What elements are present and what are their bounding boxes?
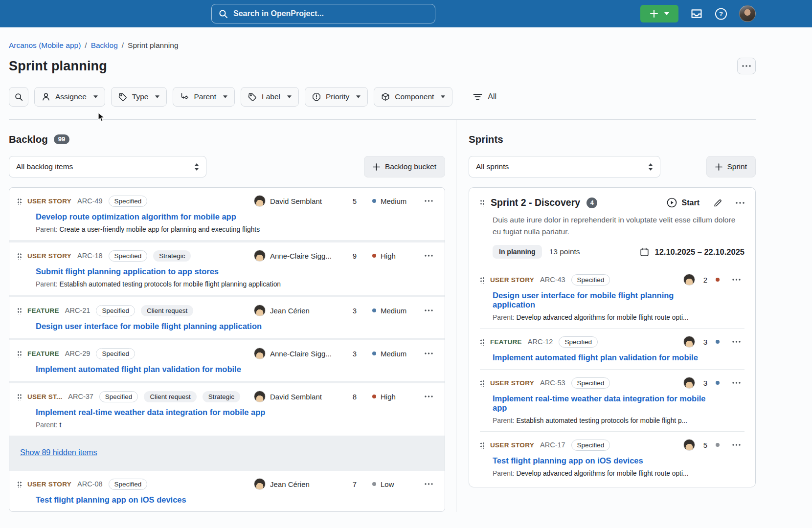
sprint-edit-button[interactable]	[713, 198, 722, 207]
item-menu-button[interactable]	[728, 440, 744, 450]
story-points: 3	[346, 350, 363, 358]
sprint-start-button[interactable]: Start	[667, 198, 699, 208]
breadcrumb-project-link[interactable]: Arcanos (Mobile app)	[9, 41, 81, 50]
item-menu-button[interactable]	[728, 336, 744, 347]
assignee-avatar[interactable]	[683, 274, 695, 286]
filter-label-button[interactable]: Label	[241, 87, 299, 107]
work-item-id: ARC-43	[540, 276, 565, 284]
ellipsis-icon	[425, 352, 433, 354]
sprint-work-item: FEATURE ARC-12 Specified 3	[480, 328, 744, 369]
drag-handle-icon[interactable]	[17, 252, 22, 260]
item-menu-button[interactable]	[728, 377, 744, 388]
item-menu-button[interactable]	[420, 348, 437, 359]
assignee-avatar	[254, 391, 266, 402]
sprint-menu-button[interactable]	[736, 202, 744, 204]
work-item-id: ARC-08	[77, 480, 103, 488]
drag-handle-icon[interactable]	[480, 441, 484, 449]
drag-handle-icon[interactable]	[17, 198, 22, 205]
item-menu-button[interactable]	[420, 391, 437, 402]
help-icon[interactable]: ?	[715, 7, 727, 20]
add-sprint-label: Sprint	[727, 162, 747, 171]
sprint-work-item: USER STORY ARC-17 Specified 5	[480, 431, 744, 484]
tag-icon	[248, 92, 257, 101]
filter-priority-button[interactable]: Priority	[305, 87, 368, 107]
work-item-title-link[interactable]: Test flight planning app on iOS devices	[493, 456, 710, 465]
parent-line: Parent:Establish automated testing proto…	[36, 281, 437, 288]
filter-assignee-button[interactable]: Assignee	[34, 87, 105, 107]
assignee-name: Anne-Claire Sigg...	[270, 252, 332, 260]
add-sprint-button[interactable]: Sprint	[706, 156, 756, 177]
assignee[interactable]: Jean Cérien	[254, 478, 346, 490]
assignee[interactable]: Jean Cérien	[254, 305, 346, 316]
drag-handle-icon[interactable]	[17, 393, 22, 400]
filter-label: Parent	[194, 92, 216, 101]
drag-handle-icon[interactable]	[17, 350, 22, 357]
work-item-type: USER STORY	[27, 252, 71, 260]
work-item-title-link[interactable]: Submit flight planning application to ap…	[36, 267, 437, 276]
drag-handle-icon[interactable]	[17, 307, 22, 314]
assignee[interactable]: David Semblant	[254, 391, 346, 402]
work-item-title-link[interactable]: Implement automated flight plan validati…	[36, 365, 437, 374]
work-item-title-link[interactable]: Implement real-time weather data integra…	[493, 394, 710, 413]
assignee-name: David Semblant	[270, 393, 322, 401]
work-item-title-link[interactable]: Test flight planning app on iOS devices	[36, 495, 437, 505]
item-menu-button[interactable]	[420, 196, 437, 206]
page-more-button[interactable]	[737, 58, 756, 74]
show-hidden-items-link[interactable]: Show 89 hidden items	[20, 448, 97, 457]
assignee[interactable]: Anne-Claire Sigg...	[254, 348, 346, 359]
assignee-avatar	[254, 478, 266, 490]
filter-component-button[interactable]: Component	[374, 87, 452, 107]
item-menu-button[interactable]	[420, 305, 437, 316]
filter-search-button[interactable]	[9, 87, 28, 107]
filter-lines-icon	[473, 93, 482, 100]
ellipsis-icon	[425, 200, 433, 202]
create-button[interactable]	[640, 5, 678, 22]
work-item-title-link[interactable]: Implement automated flight plan validati…	[493, 353, 710, 362]
user-avatar[interactable]	[739, 5, 756, 22]
filter-type-button[interactable]: Type	[111, 87, 167, 107]
chevron-down-icon	[223, 95, 227, 98]
priority-dot-icon	[372, 395, 376, 398]
inbox-icon[interactable]	[690, 7, 703, 20]
parent-label: Parent:	[493, 470, 514, 477]
item-menu-button[interactable]	[420, 250, 437, 261]
sprints-filter-select[interactable]: All sprints	[469, 156, 660, 177]
work-item-id: ARC-18	[77, 252, 103, 260]
sprint-count-badge: 4	[586, 198, 597, 208]
assignee-avatar[interactable]	[683, 439, 695, 451]
parent-value: t	[59, 421, 61, 429]
drag-handle-icon[interactable]	[17, 481, 22, 488]
breadcrumb-backlog-link[interactable]: Backlog	[91, 41, 118, 50]
item-menu-button[interactable]	[728, 274, 744, 285]
priority-label: Medium	[381, 307, 406, 315]
assignee[interactable]: David Semblant	[254, 195, 346, 207]
sprint-dates-text: 12.10.2025 – 22.10.2025	[654, 247, 744, 257]
work-item-title-link[interactable]: Develop route optimization algorithm for…	[36, 212, 437, 221]
drag-handle-icon[interactable]	[480, 276, 484, 284]
work-item-title-link[interactable]: Implement real-time weather data integra…	[36, 408, 437, 417]
backlog-filter-select[interactable]: All backlog items	[9, 156, 206, 177]
drag-handle-icon[interactable]	[480, 199, 484, 206]
work-item-title-link[interactable]: Design user interface for mobile flight …	[36, 322, 437, 331]
item-menu-button[interactable]	[420, 479, 437, 489]
add-backlog-bucket-button[interactable]: Backlog bucket	[364, 156, 445, 177]
assignee-name: Jean Cérien	[270, 480, 310, 488]
work-item-type: USER STORY	[27, 481, 71, 488]
work-item-id: ARC-12	[528, 338, 553, 346]
chevron-down-icon	[356, 95, 361, 98]
drag-handle-icon[interactable]	[480, 379, 484, 387]
global-search-input[interactable]	[233, 9, 428, 18]
filter-parent-button[interactable]: Parent	[173, 87, 235, 107]
assignee-avatar[interactable]	[683, 336, 695, 348]
parent-value: Develop advanced algorithms for mobile f…	[516, 470, 688, 477]
drag-handle-icon[interactable]	[480, 338, 484, 346]
story-points: 3	[703, 338, 707, 346]
work-item-id: ARC-53	[540, 379, 565, 387]
assignee-avatar[interactable]	[683, 377, 695, 389]
quick-filter-label: All	[488, 92, 496, 101]
assignee[interactable]: Anne-Claire Sigg...	[254, 250, 346, 262]
global-search[interactable]	[211, 4, 435, 23]
ellipsis-icon	[425, 309, 433, 311]
work-item-title-link[interactable]: Design user interface for mobile flight …	[493, 291, 710, 309]
quick-filter-all[interactable]: All	[473, 92, 496, 101]
